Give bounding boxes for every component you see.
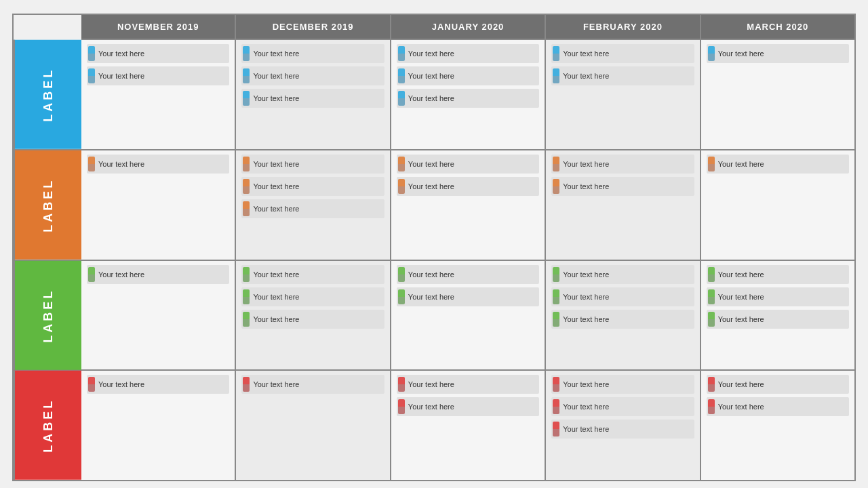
task-item[interactable]: Your text here (551, 310, 694, 329)
month-cell: Your text hereYour text here (81, 40, 236, 149)
task-item[interactable]: Your text here (87, 265, 229, 284)
task-item[interactable]: Your text here (551, 287, 694, 306)
month-header: JANUARY 2020 (391, 15, 546, 40)
task-item[interactable]: Your text here (707, 44, 849, 63)
task-item[interactable]: Your text here (241, 44, 384, 63)
row-label: LABEL (14, 150, 81, 260)
month-cell: Your text here (701, 40, 856, 149)
task-icon (243, 68, 250, 83)
task-icon (708, 157, 715, 171)
task-item[interactable]: Your text here (707, 397, 849, 416)
task-item[interactable]: Your text here (241, 287, 384, 306)
task-icon (243, 46, 250, 61)
task-text: Your text here (563, 270, 609, 279)
task-item[interactable]: Your text here (707, 265, 849, 284)
task-icon (88, 157, 95, 171)
task-icon (88, 377, 95, 392)
task-icon (708, 289, 715, 304)
task-icon (398, 289, 405, 304)
task-icon (553, 68, 559, 83)
row-label: LABEL (14, 261, 81, 370)
month-cell: Your text hereYour text here (546, 40, 701, 149)
month-cell: Your text hereYour text hereYour text he… (236, 40, 391, 149)
task-item[interactable]: Your text here (551, 420, 694, 439)
task-text: Your text here (98, 270, 144, 279)
task-text: Your text here (253, 380, 299, 388)
row-label: LABEL (14, 371, 81, 480)
task-icon (243, 201, 250, 216)
month-header: NOVEMBER 2019 (81, 15, 236, 40)
task-text: Your text here (408, 49, 454, 58)
month-cell: Your text here (236, 371, 391, 480)
task-item[interactable]: Your text here (241, 199, 384, 218)
task-text: Your text here (408, 293, 454, 301)
task-icon (553, 267, 559, 282)
task-item[interactable]: Your text here (241, 310, 384, 329)
task-item[interactable]: Your text here (241, 155, 384, 174)
task-text: Your text here (98, 380, 144, 388)
task-item[interactable]: Your text here (551, 265, 694, 284)
task-item[interactable]: Your text here (707, 310, 849, 329)
task-item[interactable]: Your text here (707, 155, 849, 174)
task-icon (398, 91, 405, 106)
task-item[interactable]: Your text here (87, 155, 229, 174)
task-item[interactable]: Your text here (397, 44, 539, 63)
task-icon (243, 289, 250, 304)
task-item[interactable]: Your text here (397, 287, 539, 306)
task-item[interactable]: Your text here (241, 89, 384, 108)
task-item[interactable]: Your text here (397, 89, 539, 108)
page-container: NOVEMBER 2019DECEMBER 2019JANUARY 2020FE… (0, 0, 868, 488)
task-text: Your text here (563, 182, 609, 190)
task-icon (88, 68, 95, 83)
task-text: Your text here (563, 49, 609, 58)
task-item[interactable]: Your text here (397, 265, 539, 284)
month-header: FEBRUARY 2020 (546, 15, 701, 40)
month-cell: Your text hereYour text here (391, 371, 546, 480)
task-icon (398, 377, 405, 392)
task-text: Your text here (563, 403, 609, 411)
task-text: Your text here (563, 72, 609, 80)
task-item[interactable]: Your text here (551, 44, 694, 63)
task-item[interactable]: Your text here (241, 375, 384, 394)
task-item[interactable]: Your text here (87, 66, 229, 85)
month-cell: Your text here (701, 150, 856, 260)
task-item[interactable]: Your text here (397, 155, 539, 174)
task-item[interactable]: Your text here (707, 375, 849, 394)
task-item[interactable]: Your text here (241, 66, 384, 85)
task-icon (398, 179, 405, 194)
task-item[interactable]: Your text here (397, 177, 539, 196)
task-icon (553, 312, 559, 327)
task-text: Your text here (253, 315, 299, 323)
task-text: Your text here (718, 293, 764, 301)
task-item[interactable]: Your text here (87, 44, 229, 63)
task-text: Your text here (98, 49, 144, 58)
task-icon (708, 399, 715, 414)
row-label: LABEL (14, 40, 81, 149)
task-item[interactable]: Your text here (397, 66, 539, 85)
task-item[interactable]: Your text here (551, 177, 694, 196)
task-text: Your text here (253, 160, 299, 168)
task-item[interactable]: Your text here (241, 265, 384, 284)
task-item[interactable]: Your text here (397, 375, 539, 394)
task-text: Your text here (718, 403, 764, 411)
task-item[interactable]: Your text here (397, 397, 539, 416)
task-text: Your text here (408, 94, 454, 102)
month-cell: Your text hereYour text hereYour text he… (546, 261, 701, 370)
task-icon (553, 399, 559, 414)
month-cell: Your text hereYour text hereYour text he… (236, 150, 391, 260)
task-item[interactable]: Your text here (551, 397, 694, 416)
task-icon (243, 157, 250, 171)
task-icon (398, 68, 405, 83)
task-icon (553, 179, 559, 194)
task-item[interactable]: Your text here (707, 287, 849, 306)
task-item[interactable]: Your text here (241, 177, 384, 196)
task-text: Your text here (253, 205, 299, 213)
task-icon (398, 267, 405, 282)
task-item[interactable]: Your text here (87, 375, 229, 394)
task-item[interactable]: Your text here (551, 375, 694, 394)
task-item[interactable]: Your text here (551, 66, 694, 85)
task-item[interactable]: Your text here (551, 155, 694, 174)
task-text: Your text here (563, 315, 609, 323)
roadmap-table: NOVEMBER 2019DECEMBER 2019JANUARY 2020FE… (12, 14, 856, 481)
task-icon (553, 157, 559, 171)
